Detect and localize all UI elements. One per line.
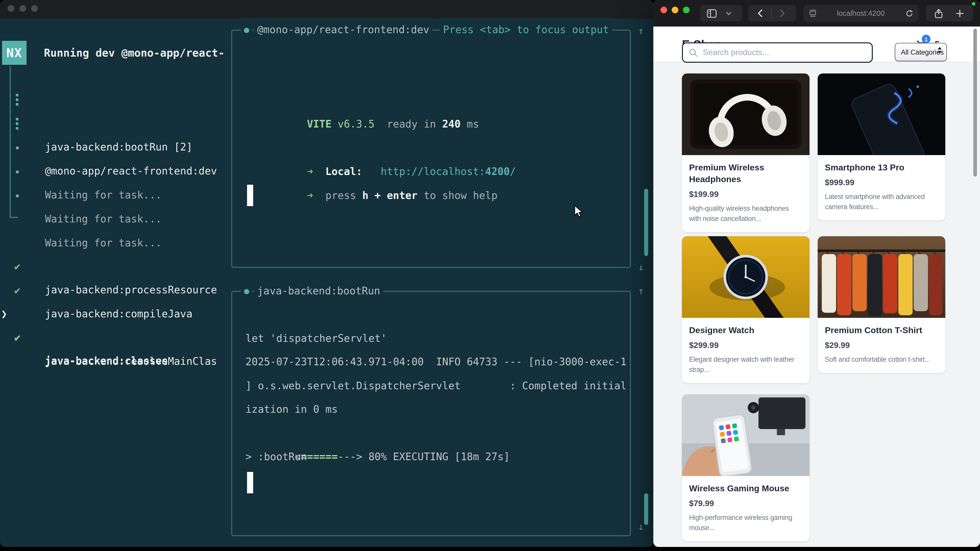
- check-icon: ✔: [14, 326, 21, 349]
- zoom-icon[interactable]: [31, 5, 38, 12]
- search-box: [682, 42, 873, 63]
- product-name: Smartphone 13 Pro: [825, 162, 938, 173]
- mouse-cursor: [574, 205, 585, 218]
- product-card[interactable]: Designer Watch $299.99 Elegant designer …: [682, 236, 810, 383]
- product-price: $79.99: [689, 499, 802, 508]
- log-line: 2025-07-23T12:06:43.971-04:00 INFO 64733…: [245, 350, 627, 373]
- sidebar-button-group: [700, 5, 742, 21]
- product-price: $299.99: [689, 341, 802, 350]
- product-name: Wireless Gaming Mouse: [689, 483, 802, 494]
- product-price: $999.99: [825, 178, 938, 187]
- vite-local-line: ➜ Local: http://localhost:4200/: [258, 136, 516, 160]
- nav-divider: [771, 8, 772, 18]
- address-bar[interactable]: localhost:4200: [803, 5, 919, 22]
- terminal-window: NX Running dev @mono-app/react- java-bac…: [0, 0, 653, 547]
- log-line: ] o.s.web.servlet.DispatcherServlet : Co…: [245, 374, 627, 397]
- product-card[interactable]: Premium Wireless Headphones $199.99 High…: [682, 73, 810, 232]
- vite-ready-line: VITE v6.3.5 ready in 240 ms: [258, 89, 479, 112]
- nx-logo: NX: [2, 41, 27, 65]
- category-select[interactable]: All Categories: [895, 43, 947, 61]
- task-row-running: @mono-app/react-frontend:dev: [0, 112, 224, 136]
- product-name: Premium Cotton T-Shirt: [825, 324, 938, 336]
- task-row-done: ✔ java-backend:compileJava: [0, 255, 224, 279]
- pane-bullet-icon: ●: [241, 18, 252, 41]
- zoom-icon[interactable]: [683, 6, 690, 13]
- product-price: $199.99: [689, 190, 802, 199]
- product-image-smartphone: [818, 73, 945, 155]
- task-row-done-selected: ❯ ✔ java-backend:classes: [0, 279, 224, 302]
- product-price: $29.99: [825, 341, 938, 350]
- task-row-running: java-backend:bootRun [2]: [0, 88, 224, 112]
- address-text[interactable]: localhost:4200: [816, 9, 905, 17]
- task-label: Waiting for task...: [45, 207, 162, 230]
- product-description: Elegant designer watch with leather stra…: [689, 354, 802, 375]
- product-image-headphones: [682, 73, 810, 155]
- gradle-progress-line: <======---> 80% EXECUTING [18m 27s]: [245, 421, 510, 445]
- pane-bullet-icon: ●: [241, 279, 252, 303]
- sidebar-icon[interactable]: [707, 9, 717, 17]
- pane1-scrollbar-thumb[interactable]: [644, 189, 648, 256]
- terminal-cursor: [247, 185, 253, 206]
- scroll-up-icon[interactable]: ↑: [638, 19, 644, 42]
- waiting-dot-icon: [16, 194, 19, 197]
- safari-window: localhost:4200 E-S: [653, 0, 980, 547]
- close-icon[interactable]: [8, 5, 14, 12]
- vite-help-line: ➜ press h + enter to show help: [258, 160, 497, 184]
- task-row-waiting: Waiting for task...: [0, 160, 224, 184]
- cart-count-badge: 1: [922, 35, 931, 43]
- product-name: Designer Watch: [689, 324, 802, 336]
- gradle-task-line: > :bootRun: [245, 445, 307, 468]
- new-tab-icon[interactable]: [956, 10, 964, 17]
- log-line: ization in 0 ms: [245, 397, 338, 421]
- product-card[interactable]: Smartphone 13 Pro $999.99 Latest smartph…: [818, 73, 945, 221]
- product-image-watch: [682, 236, 810, 318]
- category-select-value: All Categories: [901, 48, 944, 56]
- product-description: Latest smartphone with advanced camera f…: [825, 192, 938, 212]
- prompt-arrow-icon: ➜: [307, 189, 313, 202]
- select-arrows-icon: [938, 47, 942, 54]
- minimize-icon[interactable]: [672, 6, 678, 13]
- search-icon: [689, 48, 698, 57]
- screen-recording-indicator: [972, 2, 975, 6]
- waiting-dot-icon: [16, 170, 19, 173]
- action-button-group: [926, 5, 973, 21]
- terminal-cursor: [247, 472, 253, 493]
- pane2-scrollbar-thumb[interactable]: [644, 493, 648, 525]
- close-icon[interactable]: [660, 6, 667, 13]
- chevron-down-icon[interactable]: [726, 11, 732, 15]
- pane-focus-hint: Press <tab> to focus output: [440, 18, 612, 41]
- task-label: java-backend:resolveMainClas: [45, 349, 217, 373]
- terminal-titlebar[interactable]: [0, 0, 653, 19]
- page-settings-icon[interactable]: [810, 10, 816, 17]
- search-input[interactable]: [702, 48, 857, 58]
- page-left-icon[interactable]: ←: [13, 540, 19, 547]
- product-card[interactable]: Premium Cotton T-Shirt $29.99 Soft and c…: [818, 236, 945, 373]
- refresh-icon[interactable]: [905, 10, 913, 17]
- safari-toolbar: localhost:4200: [653, 0, 980, 27]
- waiting-dot-icon: [16, 146, 19, 149]
- product-description: High-quality wireless headphones with no…: [689, 203, 802, 224]
- product-description: Soft and comfortable cotton t-shirt...: [825, 354, 938, 365]
- share-icon[interactable]: [935, 8, 943, 18]
- product-name: Premium Wireless Headphones: [689, 162, 802, 185]
- task-row-waiting: Waiting for task...: [0, 136, 224, 160]
- scroll-up-icon[interactable]: ↑: [638, 279, 644, 303]
- log-line: let 'dispatcherServlet': [245, 327, 387, 350]
- desktop: NX Running dev @mono-app/react- java-bac…: [0, 0, 980, 551]
- scroll-down-icon[interactable]: ↓: [638, 255, 644, 279]
- pane-title: @mono-app/react-frontend:dev: [254, 18, 432, 41]
- task-row-waiting: Waiting for task...: [0, 184, 224, 208]
- terminal-body: NX Running dev @mono-app/react- java-bac…: [0, 19, 653, 547]
- terminal-run-title: Running dev @mono-app/react-: [44, 41, 224, 65]
- pane-title: java-backend:bootRun: [254, 279, 383, 303]
- minimize-icon[interactable]: [19, 5, 26, 12]
- task-row-done: ✔ java-backend:resolveMainClas: [0, 303, 224, 326]
- browser-scrollbar-thumb[interactable]: [974, 29, 977, 176]
- scroll-down-icon[interactable]: ↓: [638, 515, 644, 538]
- product-image-tshirts: [818, 236, 945, 318]
- forward-icon[interactable]: [780, 9, 785, 17]
- product-description: High-performance wireless gaming mouse..…: [689, 513, 802, 533]
- back-icon[interactable]: [757, 9, 762, 17]
- product-image-phone-in-hand: [682, 394, 810, 476]
- product-card[interactable]: Wireless Gaming Mouse $79.99 High-perfor…: [682, 394, 810, 541]
